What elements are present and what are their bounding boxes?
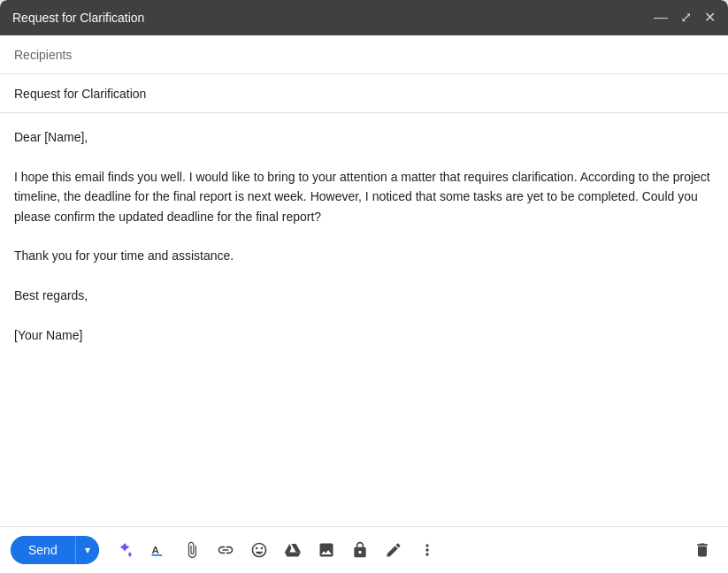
drive-icon: [284, 541, 302, 559]
maximize-button[interactable]: ⤢: [680, 11, 692, 25]
drive-button[interactable]: [278, 536, 308, 564]
subject-input[interactable]: [14, 87, 714, 101]
window-controls: — ⤢ ✕: [654, 11, 716, 25]
emoji-icon: [250, 541, 268, 559]
recipients-input[interactable]: [14, 48, 714, 62]
text-format-icon: A: [149, 541, 167, 559]
minimize-button[interactable]: —: [654, 11, 668, 25]
title-bar: Request for Clarification — ⤢ ✕: [0, 0, 728, 35]
delete-button[interactable]: [687, 536, 717, 564]
attach-icon: [183, 541, 201, 559]
trash-icon: [694, 541, 711, 559]
ai-icon: [116, 541, 134, 559]
body-textarea[interactable]: Dear [Name], I hope this email finds you…: [14, 127, 714, 526]
more-options-icon: [418, 541, 436, 559]
signature-button[interactable]: [379, 536, 409, 564]
window-title: Request for Clarification: [12, 11, 144, 25]
emoji-button[interactable]: [244, 536, 274, 564]
compose-window: Request for Clarification — ⤢ ✕ Dear [Na…: [0, 0, 728, 573]
send-button-group: Send ▾: [11, 536, 99, 564]
body-area: Dear [Name], I hope this email finds you…: [0, 113, 728, 526]
recipients-row: [0, 35, 728, 74]
link-button[interactable]: [211, 536, 241, 564]
more-options-button[interactable]: [412, 536, 442, 564]
svg-text:A: A: [151, 544, 159, 555]
ai-assist-button[interactable]: [110, 536, 140, 564]
close-button[interactable]: ✕: [704, 11, 716, 25]
link-icon: [217, 541, 234, 559]
lock-icon: [351, 541, 369, 559]
lock-button[interactable]: [345, 536, 375, 564]
text-format-button[interactable]: A: [143, 536, 173, 564]
image-button[interactable]: [311, 536, 341, 564]
subject-row: [0, 74, 728, 113]
send-dropdown-button[interactable]: ▾: [75, 537, 99, 563]
send-button[interactable]: Send: [11, 536, 75, 564]
signature-icon: [385, 541, 402, 559]
toolbar: Send ▾ A: [0, 526, 728, 573]
image-icon: [318, 541, 335, 559]
attach-button[interactable]: [177, 536, 207, 564]
